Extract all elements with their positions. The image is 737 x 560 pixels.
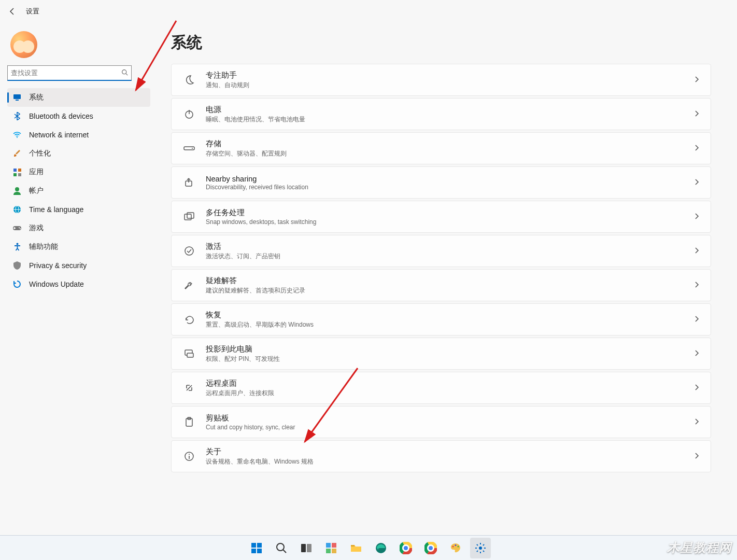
page-title: 系统	[171, 32, 711, 53]
settings-card-11[interactable]: 关于设备规格、重命名电脑、Windows 规格	[171, 440, 711, 472]
card-title: 专注助手	[206, 71, 694, 80]
card-title: 多任务处理	[206, 208, 694, 218]
sidebar-item-label: 帐户	[29, 186, 44, 195]
sidebar-item-label: Privacy & security	[29, 261, 87, 270]
sidebar-item-7[interactable]: 游戏	[7, 219, 150, 237]
svg-point-24	[185, 247, 193, 255]
svg-point-38	[277, 543, 284, 551]
sidebar-item-10[interactable]: Windows Update	[7, 275, 150, 293]
moon-icon	[180, 71, 199, 89]
svg-rect-41	[307, 544, 311, 552]
svg-rect-7	[13, 173, 17, 176]
globe-icon	[12, 205, 22, 214]
settings-card-0[interactable]: 专注助手通知、自动规则	[171, 64, 711, 96]
taskbar-paint[interactable]	[445, 538, 466, 558]
settings-card-1[interactable]: 电源睡眠、电池使用情况、节省电池电量	[171, 98, 711, 130]
svg-point-0	[122, 69, 126, 74]
card-title: 剪贴板	[206, 413, 694, 423]
search-box[interactable]	[7, 65, 132, 81]
taskbar-taskview[interactable]	[296, 538, 317, 558]
svg-line-39	[283, 550, 286, 553]
taskbar-chrome-2[interactable]	[420, 538, 441, 558]
recovery-icon	[180, 310, 199, 329]
sidebar-item-label: 应用	[29, 167, 44, 177]
sidebar-item-5[interactable]: 帐户	[7, 181, 150, 200]
card-title: 投影到此电脑	[206, 344, 694, 354]
sidebar-item-1[interactable]: Bluetooth & devices	[7, 107, 150, 125]
svg-point-4	[17, 137, 18, 138]
sidebar-item-4[interactable]: 应用	[7, 163, 150, 181]
svg-point-14	[19, 227, 20, 228]
settings-card-7[interactable]: 恢复重置、高级启动、早期版本的 Windows	[171, 303, 711, 335]
sidebar-item-label: Time & language	[29, 205, 83, 214]
app-title: 设置	[26, 7, 39, 16]
settings-card-3[interactable]: Nearby sharingDiscoverability, received …	[171, 166, 711, 199]
card-title: 存储	[206, 139, 694, 149]
sidebar: 系统Bluetooth & devicesNetwork & internet个…	[0, 23, 150, 535]
taskbar-chrome[interactable]	[395, 538, 416, 558]
back-button[interactable]	[7, 6, 18, 17]
sidebar-item-9[interactable]: Privacy & security	[7, 256, 150, 275]
back-arrow-icon	[8, 7, 17, 16]
svg-point-30	[189, 454, 190, 455]
taskbar-widgets[interactable]	[321, 538, 342, 558]
titlebar: 设置	[0, 0, 737, 23]
settings-card-2[interactable]: 存储存储空间、驱动器、配置规则	[171, 132, 711, 164]
search-input[interactable]	[11, 69, 121, 77]
chevron-right-icon	[694, 281, 699, 290]
svg-rect-3	[16, 100, 19, 101]
svg-point-15	[20, 228, 21, 229]
taskbar-start[interactable]	[246, 538, 267, 558]
svg-point-9	[15, 187, 19, 191]
chevron-right-icon	[694, 178, 699, 187]
card-title: 恢复	[206, 310, 694, 320]
sidebar-item-label: 个性化	[29, 149, 51, 158]
settings-card-8[interactable]: 投影到此电脑权限、配对 PIN、可发现性	[171, 338, 711, 370]
sidebar-item-2[interactable]: Network & internet	[7, 125, 150, 144]
sidebar-item-3[interactable]: 个性化	[7, 144, 150, 163]
settings-card-5[interactable]: 激活激活状态、订阅、产品密钥	[171, 235, 711, 267]
settings-card-9[interactable]: 远程桌面远程桌面用户、连接权限	[171, 372, 711, 404]
svg-rect-43	[332, 543, 336, 548]
watermark: 木星教程网	[667, 539, 732, 556]
accessibility-icon	[12, 242, 22, 251]
sidebar-item-label: 系统	[29, 93, 44, 102]
settings-card-4[interactable]: 多任务处理Snap windows, desktops, task switch…	[171, 201, 711, 233]
sidebar-item-label: Bluetooth & devices	[29, 112, 93, 120]
card-subtitle: 远程桌面用户、连接权限	[206, 389, 694, 398]
svg-rect-34	[251, 543, 256, 548]
chevron-right-icon	[694, 418, 699, 427]
svg-rect-42	[326, 543, 331, 548]
multitask-icon	[180, 207, 199, 226]
taskbar-edge[interactable]	[371, 538, 391, 558]
svg-rect-40	[301, 544, 306, 552]
svg-rect-44	[326, 549, 331, 553]
taskbar-explorer[interactable]	[346, 538, 366, 558]
taskbar-settings[interactable]	[470, 538, 491, 558]
sidebar-item-6[interactable]: Time & language	[7, 200, 150, 219]
svg-rect-8	[18, 173, 21, 176]
bluetooth-icon	[12, 111, 22, 121]
avatar[interactable]	[10, 31, 37, 58]
card-subtitle: 设备规格、重命名电脑、Windows 规格	[206, 457, 694, 466]
svg-rect-2	[13, 94, 21, 99]
sidebar-item-0[interactable]: 系统	[7, 88, 150, 107]
nav-list: 系统Bluetooth & devicesNetwork & internet个…	[7, 88, 150, 293]
card-title: 关于	[206, 447, 694, 457]
apps-icon	[12, 167, 22, 177]
card-title: 激活	[206, 242, 694, 251]
svg-point-52	[404, 546, 408, 550]
card-subtitle: 激活状态、订阅、产品密钥	[206, 252, 694, 261]
power-icon	[180, 105, 199, 123]
svg-rect-5	[13, 169, 17, 172]
sidebar-item-8[interactable]: 辅助功能	[7, 237, 150, 256]
card-subtitle: 通知、自动规则	[206, 81, 694, 90]
settings-card-10[interactable]: 剪贴板Cut and copy history, sync, clear	[171, 406, 711, 438]
display-icon	[12, 93, 22, 102]
settings-card-6[interactable]: 疑难解答建议的疑难解答、首选项和历史记录	[171, 269, 711, 301]
card-title: 电源	[206, 105, 694, 115]
svg-point-60	[458, 545, 459, 547]
wifi-icon	[12, 130, 22, 139]
sidebar-item-label: 游戏	[29, 223, 44, 233]
taskbar-search[interactable]	[271, 538, 292, 558]
